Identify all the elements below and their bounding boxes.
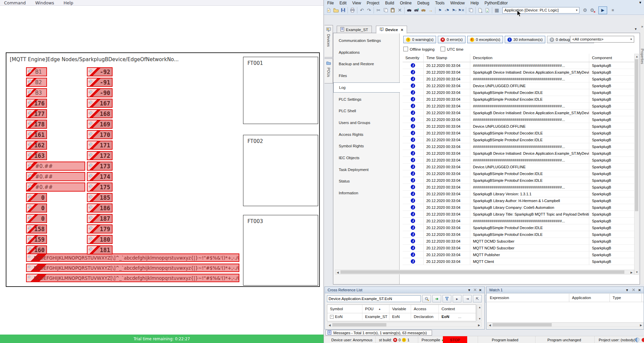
menu-item-window[interactable]: Window	[450, 1, 465, 5]
menu-item-tools[interactable]: Tools	[435, 1, 445, 5]
sidebar-item-log[interactable]: Log	[333, 82, 400, 93]
pin-icon[interactable]: ⛌	[633, 288, 635, 292]
scroll-up-icon[interactable]: ▲	[635, 54, 639, 59]
dropdown-icon[interactable]: ▼	[468, 288, 471, 292]
log-row[interactable]: i20.12.2020 00:33:04MQTT ClientSparkplug…	[403, 258, 636, 265]
watch-column-type[interactable]: Type	[610, 294, 642, 302]
sidebar-item-symbol-rights[interactable]: Symbol Rights	[333, 141, 400, 151]
scroll-left-icon[interactable]: ◀	[327, 323, 332, 327]
paste-icon[interactable]	[389, 7, 396, 14]
log-hscroll-thumb[interactable]	[340, 270, 624, 274]
redo-icon[interactable]: ↷	[365, 7, 373, 14]
log-row[interactable]: i20.12.2020 00:33:04MQTT DCMD Subscriber…	[403, 238, 636, 245]
log-row[interactable]: i20.12.2020 00:33:04####################…	[403, 184, 636, 191]
start-button[interactable]: ▶	[598, 6, 607, 14]
expand-dock-icon[interactable]: »	[641, 25, 643, 28]
sidebar-item-files[interactable]: Files	[333, 71, 400, 81]
bookmark-toggle-icon[interactable]: ⚑	[436, 7, 444, 14]
watch-column-expression[interactable]: Expression	[487, 294, 569, 302]
log-row[interactable]: i20.12.2020 00:33:04####################…	[403, 157, 636, 164]
log-row[interactable]: i20.12.2020 00:33:04SparkplugBSimple Pro…	[403, 89, 636, 96]
sidebar-item-backup-and-restore[interactable]: Backup and Restore	[333, 59, 400, 69]
sidebar-item-status[interactable]: Status	[333, 176, 400, 186]
expand-results-icon[interactable]: ▸	[453, 295, 461, 302]
log-column-severity[interactable]: Severity	[403, 54, 424, 62]
sidebar-item-iec-objects[interactable]: IEC Objects	[333, 153, 400, 163]
right-dock-tab-properties[interactable]: Properties	[640, 49, 644, 64]
bookmark-next-icon[interactable]: ⚑›	[451, 7, 458, 14]
dock-tab-devices[interactable]: Devices	[325, 25, 333, 57]
log-vscrollbar[interactable]: ▲ ▼	[634, 54, 639, 275]
scroll-down-icon[interactable]: ▼	[635, 270, 639, 274]
find-incremental-icon[interactable]	[413, 7, 420, 14]
log-vscroll-thumb[interactable]	[635, 59, 638, 211]
log-row[interactable]: i20.12.2020 00:33:04SparkplugB Device In…	[403, 69, 636, 76]
new-object-icon[interactable]	[477, 7, 484, 14]
filter-exception-button[interactable]: E0 exception(s)	[467, 36, 503, 43]
log-row[interactable]: i20.12.2020 00:33:04####################…	[403, 116, 636, 123]
tab-example_st[interactable]: Example_ST	[337, 26, 372, 33]
log-row[interactable]: i20.12.2020 00:33:04SparkplugBSimple Pro…	[403, 137, 636, 143]
log-row[interactable]: i20.12.2020 00:33:04SparkplugB Library A…	[403, 197, 636, 204]
menu-item-debug[interactable]: Debug	[418, 1, 429, 5]
bookmark-clear-icon[interactable]: ⚑✕	[458, 7, 465, 14]
scroll-right-icon[interactable]: ▶	[477, 323, 481, 327]
login-gear-icon[interactable]: ⚙	[581, 7, 589, 14]
xref-column-variable[interactable]: Variable	[389, 305, 411, 313]
log-column-description[interactable]: Description	[470, 54, 589, 62]
open-file-icon[interactable]	[332, 7, 339, 14]
log-row[interactable]: i20.12.2020 00:33:04SparkplugB Library C…	[403, 204, 636, 211]
tree-collapse-icon[interactable]: −	[330, 315, 334, 319]
log-row[interactable]: i20.12.2020 00:33:04MQTT PublisherSparkp…	[403, 251, 636, 258]
xref-column-pou[interactable]: POU ▲	[362, 305, 389, 313]
insert-icon[interactable]: ⇱	[473, 295, 482, 302]
export-icon[interactable]	[484, 7, 491, 14]
log-row[interactable]: i20.12.2020 00:33:04SparkplugB Library V…	[403, 191, 636, 197]
menu-item-edit[interactable]: Edit	[339, 1, 347, 5]
components-dropdown[interactable]: <All components> ▼	[570, 36, 634, 43]
find-replace-icon[interactable]	[420, 7, 427, 14]
filter-warning-button[interactable]: !0 warning(s)	[403, 36, 436, 43]
watch-column-application[interactable]: Application	[569, 294, 610, 302]
copy-icon[interactable]	[382, 7, 389, 14]
scroll-right-icon[interactable]: ▶	[639, 323, 643, 327]
log-column-component[interactable]: Component	[589, 54, 636, 62]
jump-to-icon[interactable]: ⇥	[463, 295, 472, 302]
log-row[interactable]: i20.12.2020 00:33:04SparkplugBSimple Pro…	[403, 96, 636, 103]
watch-hscroll-thumb[interactable]	[493, 323, 552, 326]
new-file-icon[interactable]	[325, 7, 332, 14]
log-hscrollbar[interactable]: ◀ ▶	[335, 270, 634, 274]
filter-information-button[interactable]: i30 information(s)	[505, 36, 545, 43]
scroll-right-icon[interactable]: ▶	[629, 270, 634, 275]
scroll-left-icon[interactable]: ◀	[335, 270, 340, 275]
messages-tab[interactable]: Messages - Total 1 error(s), 1 warning(s…	[326, 330, 432, 336]
sidebar-item-plc-settings[interactable]: PLC Settings	[333, 94, 400, 104]
watch-hscrollbar[interactable]: ◀ ▶	[487, 322, 644, 327]
xref-column-access[interactable]: Access	[411, 305, 439, 313]
sidebar-item-information[interactable]: Information	[333, 188, 400, 198]
log-row[interactable]: i20.12.2020 00:33:04####################…	[403, 62, 636, 69]
log-row[interactable]: i20.12.2020 00:33:04SparkplugB Device In…	[403, 150, 636, 157]
log-row[interactable]: i20.12.2020 00:33:04Device.UNPLUGGED.OFF…	[403, 82, 636, 89]
utc-time-checkbox[interactable]: UTC time	[440, 47, 463, 51]
cross-reference-search-input[interactable]	[327, 295, 421, 302]
print-icon[interactable]	[349, 7, 356, 14]
menu-item-pythoneditor[interactable]: PythonEditor	[484, 1, 508, 5]
menu-item-online[interactable]: Online	[400, 1, 412, 5]
log-row[interactable]: i20.12.2020 00:33:04SparkplugB Device In…	[403, 109, 636, 116]
scroll-up-icon[interactable]: ▲	[477, 305, 482, 310]
filter-icon[interactable]	[443, 295, 451, 302]
menu-item-help[interactable]: Help	[64, 0, 73, 5]
delete-icon[interactable]: ✕	[396, 7, 403, 14]
sidebar-item-task-deployment[interactable]: Task Deployment	[333, 165, 400, 175]
log-row[interactable]: i20.12.2020 00:33:04MQTT NCMD Subscriber…	[403, 245, 636, 251]
menu-item-help[interactable]: Help	[471, 1, 479, 5]
xref-hscrollbar[interactable]: ◀ ▶	[327, 322, 482, 327]
menu-item-build[interactable]: Build	[385, 1, 394, 5]
offline-logging-checkbox[interactable]: Offline logging	[403, 47, 434, 51]
dropdown-icon[interactable]: ▼	[625, 288, 629, 292]
xref-column-context[interactable]: Context	[439, 305, 476, 313]
stop-button[interactable]: ■	[609, 7, 616, 14]
cross-reference-row[interactable]: −EoNExample_STEoNDeclarationEoN ...	[327, 313, 476, 320]
pin-icon[interactable]: ⛌	[474, 288, 476, 292]
